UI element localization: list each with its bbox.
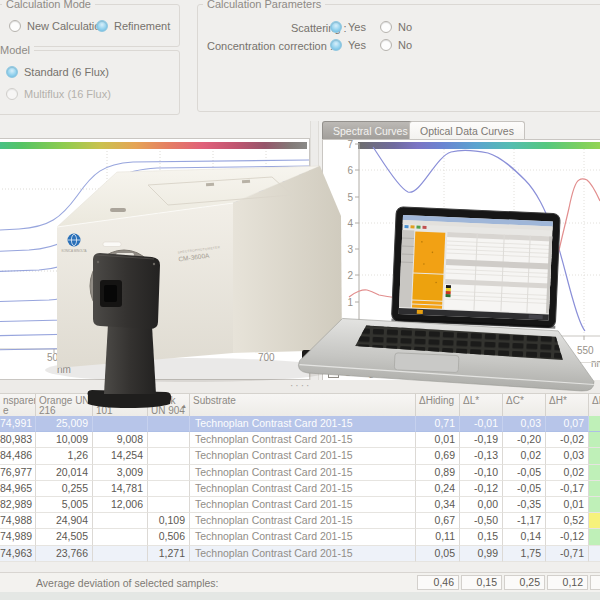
table-cell: -0,17 <box>546 481 589 497</box>
table-cell <box>148 432 190 448</box>
table-cell: -0,13 <box>460 448 503 464</box>
table-row[interactable]: 76,97720,0143,009Technoplan Contrast Car… <box>0 465 600 481</box>
table-cell: 10,009 <box>36 432 93 448</box>
table-cell: -0,10 <box>460 465 503 481</box>
average-value-cell <box>590 575 600 590</box>
table-cell <box>148 448 190 464</box>
radio-icon <box>380 39 392 51</box>
table-cell: 0,67 <box>416 513 460 529</box>
lid-latch <box>206 183 214 186</box>
average-value-cell: 0,25 <box>504 575 545 590</box>
laptop-photo <box>290 196 600 402</box>
lid-latch <box>242 180 250 183</box>
top-slot <box>110 208 126 212</box>
radio-new-calculation[interactable]: New Calculation <box>9 20 106 32</box>
delta-e-status-cell <box>589 513 600 529</box>
delta-e-status-cell <box>589 481 600 497</box>
delta-e-status-cell <box>589 448 600 464</box>
table-cell: 0,00 <box>460 497 503 513</box>
table-cell: 84,965 <box>0 481 36 497</box>
delta-e-status-cell <box>589 416 600 432</box>
table-cell: 1,26 <box>36 448 93 464</box>
table-row[interactable]: 82,9895,00512,006Technoplan Contrast Car… <box>0 497 600 513</box>
table-cell: 0,01 <box>546 497 589 513</box>
table-cell: -0,20 <box>503 432 546 448</box>
table-cell: Technoplan Contrast Card 201-15 <box>190 546 416 562</box>
table-cell: 0,14 <box>503 529 546 545</box>
table-cell: -0,12 <box>460 481 503 497</box>
table-cell <box>148 465 190 481</box>
table-cell: Technoplan Contrast Card 201-15 <box>190 529 416 545</box>
table-row[interactable]: 84,9650,25514,781Technoplan Contrast Car… <box>0 481 600 497</box>
table-row[interactable]: 74,98824,9040,109Technoplan Contrast Car… <box>0 513 600 529</box>
table-cell: -0,01 <box>460 416 503 432</box>
table-cell: Technoplan Contrast Card 201-15 <box>190 513 416 529</box>
table-cell: Technoplan Contrast Card 201-15 <box>190 448 416 464</box>
radio-concentration-no[interactable]: No <box>380 39 412 51</box>
table-row[interactable]: 74,98924,5050,506Technoplan Contrast Car… <box>0 529 600 545</box>
table-cell: 0,07 <box>546 416 589 432</box>
table-row[interactable]: 74,96323,7661,271Technoplan Contrast Car… <box>0 546 600 562</box>
table-cell: Technoplan Contrast Card 201-15 <box>190 465 416 481</box>
radio-icon <box>96 20 108 32</box>
groupbox-title: Calculation Parameters <box>203 0 325 10</box>
table-cell: 0,15 <box>460 529 503 545</box>
tab-optical-data-curves[interactable]: Optical Data Curves <box>409 121 525 141</box>
table-cell: 23,766 <box>36 546 93 562</box>
table-cell: Technoplan Contrast Card 201-15 <box>190 481 416 497</box>
concentration-correction-label: Concentration correction : <box>207 40 333 52</box>
table-cell: 76,977 <box>0 465 36 481</box>
radio-refinement[interactable]: Refinement <box>96 20 170 32</box>
table-row[interactable]: 84,4861,2614,254Technoplan Contrast Card… <box>0 448 600 464</box>
radio-concentration-yes[interactable]: Yes <box>330 39 366 51</box>
table-cell: 24,904 <box>36 513 93 529</box>
groupbox-model: Model Standard (6 Flux) Multiflux (16 Fl… <box>0 50 180 115</box>
laptop-screen <box>391 207 560 329</box>
column-header[interactable]: nsparente <box>0 394 36 417</box>
table-cell: 0,03 <box>503 416 546 432</box>
table-cell: -0,12 <box>546 529 589 545</box>
table-cell: 0,255 <box>36 481 93 497</box>
radio-label: No <box>398 39 412 51</box>
table-cell: 5,005 <box>36 497 93 513</box>
average-bar: Average deviation of selected samples: 0… <box>0 572 600 594</box>
table-cell: 0,89 <box>416 465 460 481</box>
radio-scattering-yes[interactable]: Yes <box>330 21 366 33</box>
table-cell: 0,01 <box>416 432 460 448</box>
radio-icon <box>6 88 18 100</box>
table-cell: 20,014 <box>36 465 93 481</box>
table-cell: 74,988 <box>0 513 36 529</box>
tab-label: Spectral Curves <box>333 125 408 137</box>
radio-scattering-no[interactable]: No <box>380 21 412 33</box>
table-cell <box>148 497 190 513</box>
table-cell: 1,75 <box>503 546 546 562</box>
radio-icon <box>6 66 18 78</box>
svg-text:7: 7 <box>347 140 353 150</box>
average-value-cell: 0,12 <box>547 575 588 590</box>
radio-label: Standard (6 Flux) <box>24 66 109 78</box>
table-cell: -0,35 <box>503 497 546 513</box>
table-cell: 0,05 <box>416 546 460 562</box>
radio-icon <box>380 21 392 33</box>
table-cell <box>93 416 148 432</box>
delta-e-status-cell <box>589 465 600 481</box>
radio-icon <box>330 21 342 33</box>
radio-label: Yes <box>348 39 366 51</box>
table-cell: Technoplan Contrast Card 201-15 <box>190 416 416 432</box>
svg-text:6: 6 <box>347 165 353 176</box>
table-cell: -0,05 <box>503 481 546 497</box>
average-value-cell: 0,15 <box>461 575 502 590</box>
laptop-trackpad[interactable] <box>394 353 459 373</box>
radio-multiflux-16-flux: Multiflux (16 Flux) <box>6 88 111 100</box>
table-cell: 84,486 <box>0 448 36 464</box>
tab-spectral-curves[interactable]: Spectral Curves <box>322 121 419 141</box>
front-slot <box>103 242 121 247</box>
table-row[interactable]: 80,98310,0099,008Technoplan Contrast Car… <box>0 432 600 448</box>
table-cell: -0,02 <box>546 432 589 448</box>
table-cell: 14,254 <box>93 448 148 464</box>
table-row[interactable]: 74,99125,009Technoplan Contrast Card 201… <box>0 416 600 432</box>
radio-label: Yes <box>348 21 366 33</box>
delta-e-status-cell <box>589 432 600 448</box>
table-cell: 3,009 <box>93 465 148 481</box>
radio-standard-6-flux[interactable]: Standard (6 Flux) <box>6 66 109 78</box>
